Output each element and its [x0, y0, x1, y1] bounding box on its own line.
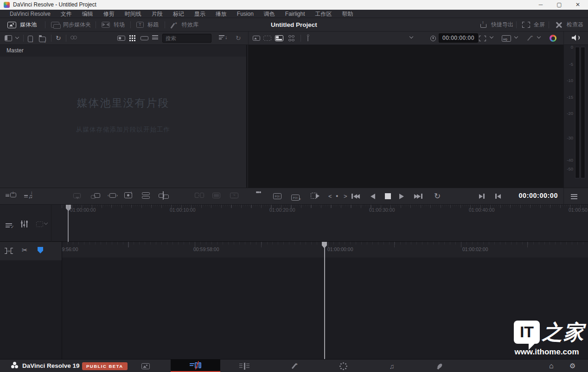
menu-workspace[interactable]: 工作区 [310, 10, 337, 18]
go-to-start-button[interactable] [352, 194, 360, 199]
import-folder-button[interactable]: ↓ [39, 35, 46, 44]
lower-timeline[interactable]: 00:59:56:00 00:59:58:00 01:00:00:00 01:0… [0, 242, 588, 359]
menu-fairlight[interactable]: Fairlight [280, 10, 310, 18]
viewer-panel[interactable] [248, 45, 563, 188]
resolve-fx-color-wheel-icon[interactable] [550, 35, 556, 42]
minimize-button[interactable]: ─ [531, 0, 550, 10]
split-scissors-button[interactable]: ✂ [22, 246, 28, 254]
loop-playback-button[interactable]: ↻ [434, 191, 441, 201]
fit-zoom-button[interactable] [479, 36, 486, 41]
add-transition-button[interactable] [195, 193, 204, 198]
source-overwrite-button[interactable] [159, 192, 169, 199]
enhancement-button[interactable]: ✦ [526, 35, 533, 42]
add-video-to-timeline-button[interactable]: ↓ [6, 193, 16, 197]
transitions-toggle-button[interactable]: 转场 [102, 18, 125, 32]
source-dropdown-chevron-icon[interactable] [409, 35, 413, 38]
settings-gear-button[interactable]: ⚙ [569, 362, 575, 370]
media-pool-toggle-button[interactable]: 媒体池 [7, 18, 37, 32]
smart-insert-button[interactable] [73, 193, 81, 198]
sync-clips-icon[interactable]: ↻ [56, 34, 61, 42]
play-around-button[interactable] [479, 194, 485, 199]
timeline-view-button[interactable] [275, 35, 283, 41]
add-audio-to-timeline-button[interactable]: ♫ ↓ [24, 193, 33, 200]
stop-button[interactable] [385, 193, 391, 199]
source-clip-view-button[interactable] [253, 36, 260, 41]
menu-file[interactable]: 文件 [56, 10, 77, 18]
place-on-top-button[interactable] [142, 192, 150, 195]
filmstrip-view-button[interactable] [117, 36, 125, 41]
menu-trim[interactable]: 修剪 [98, 10, 120, 18]
clip-display-mode-button[interactable] [36, 221, 47, 227]
mark-dot-icon[interactable]: ● [336, 194, 338, 198]
timeline-timecode[interactable]: 00:00:00:00 [516, 192, 558, 199]
import-media-button[interactable]: ↓ [28, 35, 34, 43]
trim-mode-button[interactable]: ‹› [5, 248, 13, 254]
append-button[interactable] [91, 192, 100, 199]
full-screen-button[interactable]: 全屏 [522, 18, 545, 32]
unlink-clips-icon[interactable] [70, 36, 77, 39]
page-tab-fusion[interactable]: ✦ [281, 359, 308, 372]
page-tab-edit[interactable] [230, 359, 258, 372]
close-up-button[interactable]: ↓ [124, 192, 132, 198]
list-view-button[interactable] [152, 34, 158, 40]
bin-list-chevron-icon[interactable] [15, 35, 19, 39]
step-back-button[interactable] [371, 194, 375, 199]
multi-view-button[interactable] [288, 35, 294, 38]
home-button[interactable]: ⌂ [549, 362, 554, 370]
play-from-start-button[interactable] [495, 194, 501, 199]
titles-toggle-button[interactable]: T 标题 [136, 18, 159, 32]
menu-help[interactable]: 帮助 [337, 10, 358, 18]
audio-mixer-button[interactable] [21, 221, 27, 227]
menu-color[interactable]: 调色 [259, 10, 280, 18]
viewer-timecode[interactable]: 00:00:00:00 [439, 33, 478, 43]
strip-view-button[interactable] [141, 36, 148, 40]
lower-playhead-line[interactable] [324, 242, 325, 359]
sort-button[interactable]: ↓ [219, 34, 228, 40]
maximize-button[interactable]: ▢ [550, 0, 569, 10]
play-filmstrip-button[interactable] [311, 193, 320, 199]
page-tab-fairlight[interactable]: ♫ [378, 359, 406, 372]
add-title-button[interactable] [212, 193, 220, 198]
page-tab-media[interactable] [132, 359, 160, 372]
page-tab-cut[interactable] [171, 359, 220, 372]
audio-monitor-speaker-icon[interactable] [572, 35, 580, 41]
search-input[interactable] [162, 34, 211, 43]
proxy-quality-button[interactable]: HQ [502, 35, 511, 42]
effects-library-toggle-button[interactable]: ✦ 特效库 [171, 18, 198, 32]
upper-timeline[interactable]: 01:00:00:00 01:00:10:00 01:00:20:00 01:0… [0, 205, 588, 242]
upper-playhead-line[interactable] [68, 205, 69, 242]
upper-timeline-ruler[interactable]: 01:00:00:00 01:00:10:00 01:00:20:00 01:0… [62, 205, 588, 214]
mark-in-icon[interactable]: < [328, 193, 332, 200]
close-button[interactable]: ✕ [569, 0, 587, 10]
add-poi-marker-button[interactable]: POI + [291, 193, 301, 202]
thumbnail-view-button[interactable] [129, 35, 131, 37]
play-button[interactable] [399, 194, 404, 199]
menu-clip[interactable]: 片段 [147, 10, 168, 18]
menu-fusion[interactable]: Fusion [232, 10, 259, 18]
proxy-quality-chevron-icon[interactable] [514, 35, 518, 38]
quick-export-button[interactable]: ↑ 快捷导出 [480, 18, 513, 32]
menu-view[interactable]: 显示 [189, 10, 211, 18]
enhancement-chevron-icon[interactable] [537, 35, 541, 38]
timeline-options-menu-button[interactable] [571, 193, 577, 200]
mark-out-icon[interactable]: > [344, 193, 347, 200]
timeline-view-options-button[interactable]: ✓ [6, 221, 14, 229]
source-tape-view-button[interactable] [263, 36, 271, 41]
bin-row-master[interactable]: Master [0, 45, 246, 57]
page-tab-deliver[interactable] [427, 359, 454, 372]
page-tab-color[interactable] [329, 359, 357, 372]
menu-mark[interactable]: 标记 [168, 10, 189, 18]
ripple-overwrite-button[interactable]: ‹ › [108, 193, 118, 198]
sync-shield-button[interactable] [38, 247, 43, 253]
add-effect-button[interactable]: ~ [230, 193, 238, 198]
menu-playback[interactable]: 播放 [211, 10, 232, 18]
refresh-bins-icon[interactable]: ↻ [236, 34, 241, 42]
capture-icon[interactable] [305, 34, 311, 42]
bin-list-toggle-button[interactable] [5, 35, 12, 41]
fit-zoom-chevron-icon[interactable] [490, 35, 493, 38]
menu-edit[interactable]: 编辑 [77, 10, 98, 18]
menu-timeline[interactable]: 时间线 [120, 10, 147, 18]
sync-bin-toggle-button[interactable]: 同步媒体夹 [51, 18, 91, 32]
menu-davinci-resolve[interactable]: DaVinci Resolve [5, 10, 56, 18]
poi-marker-button[interactable]: POI [273, 193, 281, 199]
